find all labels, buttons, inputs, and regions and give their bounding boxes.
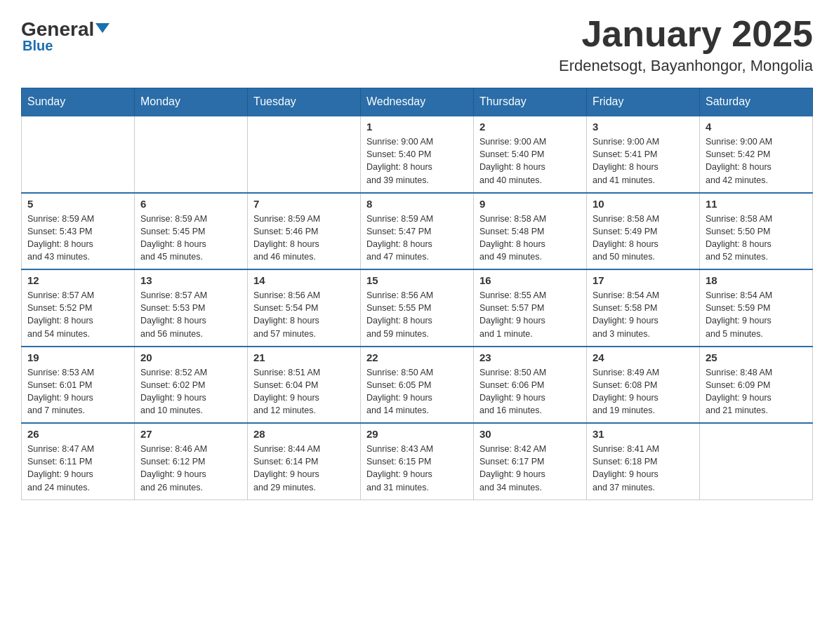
day-info: Sunrise: 8:57 AMSunset: 5:52 PMDaylight:…	[27, 289, 128, 340]
calendar-subtitle: Erdenetsogt, Bayanhongor, Mongolia	[559, 57, 813, 75]
day-info: Sunrise: 8:56 AMSunset: 5:54 PMDaylight:…	[253, 289, 355, 340]
day-header-thursday: Thursday	[474, 88, 587, 116]
day-info: Sunrise: 8:46 AMSunset: 6:12 PMDaylight:…	[140, 443, 241, 494]
calendar-cell: 9Sunrise: 8:58 AMSunset: 5:48 PMDaylight…	[474, 193, 587, 270]
calendar-cell: 6Sunrise: 8:59 AMSunset: 5:45 PMDaylight…	[135, 193, 248, 270]
calendar-week-row: 5Sunrise: 8:59 AMSunset: 5:43 PMDaylight…	[22, 193, 813, 270]
day-info: Sunrise: 8:59 AMSunset: 5:45 PMDaylight:…	[140, 213, 241, 264]
calendar-cell	[248, 116, 361, 193]
day-info: Sunrise: 8:59 AMSunset: 5:43 PMDaylight:…	[27, 213, 128, 264]
day-number: 19	[27, 351, 128, 363]
calendar-cell: 23Sunrise: 8:50 AMSunset: 6:06 PMDayligh…	[474, 347, 587, 424]
day-number: 31	[593, 428, 694, 440]
calendar-cell: 27Sunrise: 8:46 AMSunset: 6:12 PMDayligh…	[135, 423, 248, 499]
calendar-header-row: SundayMondayTuesdayWednesdayThursdayFrid…	[22, 88, 813, 116]
day-number: 17	[593, 274, 694, 286]
calendar-cell: 25Sunrise: 8:48 AMSunset: 6:09 PMDayligh…	[700, 347, 813, 424]
day-header-sunday: Sunday	[22, 88, 135, 116]
day-info: Sunrise: 8:59 AMSunset: 5:47 PMDaylight:…	[366, 213, 468, 264]
day-info: Sunrise: 8:41 AMSunset: 6:18 PMDaylight:…	[593, 443, 694, 494]
logo-general: General	[21, 20, 110, 39]
calendar-cell: 20Sunrise: 8:52 AMSunset: 6:02 PMDayligh…	[135, 347, 248, 424]
calendar-cell: 17Sunrise: 8:54 AMSunset: 5:58 PMDayligh…	[587, 269, 700, 347]
calendar-cell: 18Sunrise: 8:54 AMSunset: 5:59 PMDayligh…	[700, 269, 813, 347]
calendar-cell: 16Sunrise: 8:55 AMSunset: 5:57 PMDayligh…	[474, 269, 587, 347]
day-number: 8	[366, 198, 468, 210]
day-info: Sunrise: 8:50 AMSunset: 6:05 PMDaylight:…	[366, 366, 468, 417]
calendar-cell	[135, 116, 248, 193]
page-header: General Blue January 2025 Erdenetsogt, B…	[21, 14, 813, 75]
day-info: Sunrise: 8:54 AMSunset: 5:58 PMDaylight:…	[593, 289, 694, 340]
day-info: Sunrise: 8:50 AMSunset: 6:06 PMDaylight:…	[479, 366, 581, 417]
calendar-week-row: 1Sunrise: 9:00 AMSunset: 5:40 PMDaylight…	[22, 116, 813, 193]
calendar-cell	[700, 423, 813, 499]
day-info: Sunrise: 8:43 AMSunset: 6:15 PMDaylight:…	[366, 443, 468, 494]
calendar-week-row: 26Sunrise: 8:47 AMSunset: 6:11 PMDayligh…	[22, 423, 813, 499]
day-number: 14	[253, 274, 355, 286]
day-number: 1	[366, 121, 468, 133]
day-header-friday: Friday	[587, 88, 700, 116]
calendar-cell	[22, 116, 135, 193]
day-info: Sunrise: 8:58 AMSunset: 5:50 PMDaylight:…	[706, 213, 807, 264]
logo: General Blue	[21, 14, 110, 54]
day-number: 25	[706, 351, 807, 363]
calendar-cell: 5Sunrise: 8:59 AMSunset: 5:43 PMDaylight…	[22, 193, 135, 270]
day-number: 6	[140, 198, 241, 210]
calendar-cell: 4Sunrise: 9:00 AMSunset: 5:42 PMDaylight…	[700, 116, 813, 193]
day-info: Sunrise: 9:00 AMSunset: 5:40 PMDaylight:…	[479, 135, 581, 187]
calendar-cell: 19Sunrise: 8:53 AMSunset: 6:01 PMDayligh…	[22, 347, 135, 424]
calendar-week-row: 12Sunrise: 8:57 AMSunset: 5:52 PMDayligh…	[22, 269, 813, 347]
day-number: 2	[479, 121, 581, 133]
day-info: Sunrise: 8:49 AMSunset: 6:08 PMDaylight:…	[593, 366, 694, 417]
day-number: 11	[706, 198, 807, 210]
calendar-cell: 7Sunrise: 8:59 AMSunset: 5:46 PMDaylight…	[248, 193, 361, 270]
calendar-week-row: 19Sunrise: 8:53 AMSunset: 6:01 PMDayligh…	[22, 347, 813, 424]
day-info: Sunrise: 8:52 AMSunset: 6:02 PMDaylight:…	[140, 366, 241, 417]
day-header-saturday: Saturday	[700, 88, 813, 116]
day-number: 27	[140, 428, 241, 440]
day-number: 28	[253, 428, 355, 440]
day-info: Sunrise: 8:56 AMSunset: 5:55 PMDaylight:…	[366, 289, 468, 340]
day-info: Sunrise: 8:58 AMSunset: 5:48 PMDaylight:…	[479, 213, 581, 264]
title-block: January 2025 Erdenetsogt, Bayanhongor, M…	[559, 14, 813, 75]
calendar-table: SundayMondayTuesdayWednesdayThursdayFrid…	[21, 88, 813, 500]
day-number: 23	[479, 351, 581, 363]
day-number: 4	[706, 121, 807, 133]
day-info: Sunrise: 8:42 AMSunset: 6:17 PMDaylight:…	[479, 443, 581, 494]
day-info: Sunrise: 8:44 AMSunset: 6:14 PMDaylight:…	[253, 443, 355, 494]
day-info: Sunrise: 8:54 AMSunset: 5:59 PMDaylight:…	[706, 289, 807, 340]
day-number: 16	[479, 274, 581, 286]
day-number: 3	[593, 121, 694, 133]
day-info: Sunrise: 8:47 AMSunset: 6:11 PMDaylight:…	[27, 443, 128, 494]
calendar-cell: 22Sunrise: 8:50 AMSunset: 6:05 PMDayligh…	[361, 347, 474, 424]
calendar-cell: 30Sunrise: 8:42 AMSunset: 6:17 PMDayligh…	[474, 423, 587, 499]
day-number: 13	[140, 274, 241, 286]
day-number: 24	[593, 351, 694, 363]
day-number: 12	[27, 274, 128, 286]
day-info: Sunrise: 8:48 AMSunset: 6:09 PMDaylight:…	[706, 366, 807, 417]
day-number: 26	[27, 428, 128, 440]
day-number: 22	[366, 351, 468, 363]
calendar-cell: 24Sunrise: 8:49 AMSunset: 6:08 PMDayligh…	[587, 347, 700, 424]
day-number: 9	[479, 198, 581, 210]
calendar-cell: 11Sunrise: 8:58 AMSunset: 5:50 PMDayligh…	[700, 193, 813, 270]
calendar-cell: 2Sunrise: 9:00 AMSunset: 5:40 PMDaylight…	[474, 116, 587, 193]
calendar-cell: 1Sunrise: 9:00 AMSunset: 5:40 PMDaylight…	[361, 116, 474, 193]
day-number: 30	[479, 428, 581, 440]
calendar-cell: 31Sunrise: 8:41 AMSunset: 6:18 PMDayligh…	[587, 423, 700, 499]
day-info: Sunrise: 8:51 AMSunset: 6:04 PMDaylight:…	[253, 366, 355, 417]
day-number: 10	[593, 198, 694, 210]
calendar-cell: 3Sunrise: 9:00 AMSunset: 5:41 PMDaylight…	[587, 116, 700, 193]
day-info: Sunrise: 8:53 AMSunset: 6:01 PMDaylight:…	[27, 366, 128, 417]
calendar-cell: 13Sunrise: 8:57 AMSunset: 5:53 PMDayligh…	[135, 269, 248, 347]
calendar-cell: 8Sunrise: 8:59 AMSunset: 5:47 PMDaylight…	[361, 193, 474, 270]
day-info: Sunrise: 9:00 AMSunset: 5:42 PMDaylight:…	[706, 135, 807, 187]
day-number: 5	[27, 198, 128, 210]
calendar-cell: 21Sunrise: 8:51 AMSunset: 6:04 PMDayligh…	[248, 347, 361, 424]
calendar-cell: 10Sunrise: 8:58 AMSunset: 5:49 PMDayligh…	[587, 193, 700, 270]
day-info: Sunrise: 9:00 AMSunset: 5:41 PMDaylight:…	[593, 135, 694, 187]
calendar-cell: 29Sunrise: 8:43 AMSunset: 6:15 PMDayligh…	[361, 423, 474, 499]
calendar-cell: 28Sunrise: 8:44 AMSunset: 6:14 PMDayligh…	[248, 423, 361, 499]
calendar-cell: 26Sunrise: 8:47 AMSunset: 6:11 PMDayligh…	[22, 423, 135, 499]
day-number: 15	[366, 274, 468, 286]
